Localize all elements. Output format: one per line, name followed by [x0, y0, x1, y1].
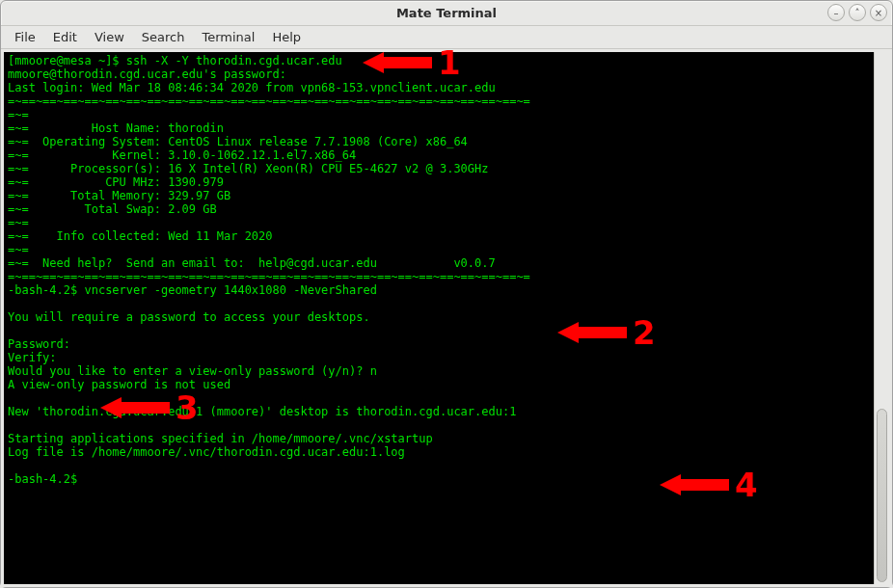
line-17: -bash-4.2$ vncserver -geometry 1440x1080… [8, 283, 377, 297]
minimize-button[interactable]: – [827, 4, 845, 21]
menu-search[interactable]: Search [134, 28, 193, 46]
line-24: A view-only password is not used [8, 378, 230, 391]
titlebar[interactable]: Mate Terminal – ˄ × [1, 1, 892, 26]
line-7: =~= Kernel: 3.10.0-1062.12.1.el7.x86_64 [8, 148, 356, 162]
line-28: Starting applications specified in /home… [8, 432, 433, 445]
scrollbar[interactable] [874, 52, 889, 584]
terminal-frame: [mmoore@mesa ~]$ ssh -X -Y thorodin.cgd.… [1, 49, 892, 587]
close-button[interactable]: × [870, 4, 887, 21]
scrollbar-track[interactable] [877, 54, 887, 582]
scrollbar-thumb[interactable] [877, 409, 887, 582]
close-icon: × [875, 8, 882, 18]
line-16: =~==~==~==~==~==~==~==~==~==~==~==~==~==… [8, 270, 530, 283]
line-21: Password: [8, 337, 70, 351]
terminal-container: [mmoore@mesa ~]$ ssh -X -Y thorodin.cgd.… [4, 52, 889, 584]
line-19: You will require a password to access yo… [8, 310, 370, 324]
line-8: =~= Processor(s): 16 X Intel(R) Xeon(R) … [8, 162, 489, 175]
line-10: =~= Total Memory: 329.97 GB [8, 189, 230, 202]
line-2: Last login: Wed Mar 18 08:46:34 2020 fro… [8, 81, 496, 94]
menubar: File Edit View Search Terminal Help [1, 26, 892, 49]
window-title: Mate Terminal [396, 6, 497, 20]
line-31: -bash-4.2$ [8, 472, 84, 486]
line-26: New 'thorodin.cgd.ucar.edu:1 (mmoore)' d… [8, 405, 516, 418]
line-29: Log file is /home/mmoore/.vnc/thorodin.c… [8, 445, 405, 459]
menu-view[interactable]: View [87, 28, 132, 46]
line-3: =~==~==~==~==~==~==~==~==~==~==~==~==~==… [8, 94, 530, 108]
maximize-icon: ˄ [855, 8, 860, 18]
window-buttons: – ˄ × [827, 4, 887, 21]
menu-file[interactable]: File [7, 28, 43, 46]
line-5: =~= Host Name: thorodin [8, 121, 224, 135]
line-0: [mmoore@mesa ~]$ ssh -X -Y thorodin.cgd.… [8, 54, 342, 67]
line-14: =~= [8, 243, 29, 256]
minimize-icon: – [834, 8, 839, 18]
window: Mate Terminal – ˄ × File Edit View Searc… [0, 0, 893, 588]
line-11: =~= Total Swap: 2.09 GB [8, 202, 217, 216]
line-12: =~= [8, 216, 29, 229]
menu-terminal[interactable]: Terminal [194, 28, 262, 46]
line-13: =~= Info collected: Wed 11 Mar 2020 [8, 229, 273, 243]
line-23: Would you like to enter a view-only pass… [8, 364, 377, 378]
line-1: mmoore@thorodin.cgd.ucar.edu's password: [8, 67, 286, 81]
terminal-output[interactable]: [mmoore@mesa ~]$ ssh -X -Y thorodin.cgd.… [4, 52, 874, 584]
maximize-button[interactable]: ˄ [849, 4, 866, 21]
line-15: =~= Need help? Send an email to: help@cg… [8, 256, 496, 270]
menu-edit[interactable]: Edit [45, 28, 85, 46]
menu-help[interactable]: Help [264, 28, 309, 46]
line-9: =~= CPU MHz: 1390.979 [8, 175, 224, 189]
line-22: Verify: [8, 351, 57, 364]
line-6: =~= Operating System: CentOS Linux relea… [8, 135, 468, 148]
line-4: =~= [8, 108, 29, 121]
